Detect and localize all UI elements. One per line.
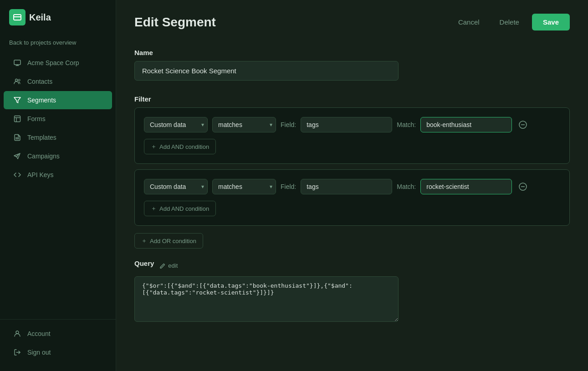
sidebar-bottom: Account Sign out bbox=[0, 319, 116, 362]
condition-type-select-2[interactable]: Custom data Email Status bbox=[144, 179, 208, 194]
sidebar-item-label-forms: Forms bbox=[27, 115, 46, 122]
match-type-select-2[interactable]: matches contains starts with bbox=[212, 179, 276, 194]
name-input[interactable] bbox=[134, 61, 399, 81]
cancel-button[interactable]: Cancel bbox=[451, 15, 487, 30]
sidebar-item-label-api-keys: API Keys bbox=[27, 171, 54, 178]
svg-point-11 bbox=[16, 331, 19, 334]
filter-block-1: Custom data Email Status ▾ matches conta… bbox=[134, 107, 570, 164]
sidebar-item-label-campaigns: Campaigns bbox=[27, 152, 60, 160]
match-type-select-1[interactable]: matches contains starts with bbox=[212, 117, 276, 132]
header-actions: Cancel Delete Save bbox=[451, 14, 570, 30]
sidebar-item-account[interactable]: Account bbox=[4, 325, 112, 343]
delete-button[interactable]: Delete bbox=[492, 15, 527, 30]
sidebar-item-label-templates: Templates bbox=[27, 134, 56, 141]
filter-label: Filter bbox=[134, 95, 570, 103]
sidebar-item-api-keys[interactable]: API Keys bbox=[4, 166, 112, 184]
match-type-wrapper-1: matches contains starts with ▾ bbox=[212, 117, 276, 132]
add-and-condition-button-1[interactable]: ＋ Add AND condition bbox=[144, 139, 216, 154]
add-or-condition-button[interactable]: ＋ Add OR condition bbox=[134, 233, 203, 249]
match-input-2[interactable] bbox=[420, 179, 512, 194]
sidebar-item-templates[interactable]: Templates bbox=[4, 128, 112, 147]
sidebar-item-campaigns[interactable]: Campaigns bbox=[4, 147, 112, 165]
add-and-condition-button-2[interactable]: ＋ Add AND condition bbox=[144, 201, 216, 216]
page-header: Edit Segment Cancel Delete Save bbox=[134, 14, 570, 30]
plus-icon-1: ＋ bbox=[151, 142, 157, 151]
back-to-projects-link[interactable]: Back to projects overview bbox=[0, 39, 116, 53]
logo-text: Keila bbox=[29, 12, 51, 23]
query-header: Query edit bbox=[134, 259, 570, 272]
user-icon bbox=[13, 329, 22, 338]
field-label-2: Field: bbox=[281, 183, 296, 190]
sidebar-item-label-account: Account bbox=[27, 330, 51, 337]
sidebar-item-label-segments: Segments bbox=[27, 97, 56, 104]
condition-type-wrapper-1: Custom data Email Status ▾ bbox=[144, 117, 208, 132]
name-section: Name bbox=[134, 49, 570, 95]
remove-condition-button-1[interactable] bbox=[516, 118, 529, 131]
svg-point-4 bbox=[18, 79, 20, 81]
log-out-icon bbox=[13, 348, 22, 357]
file-text-icon bbox=[13, 133, 22, 142]
sidebar-item-acme[interactable]: Acme Space Corp bbox=[4, 54, 112, 72]
save-button[interactable]: Save bbox=[532, 14, 570, 30]
code-icon bbox=[13, 170, 22, 179]
sidebar-nav: Acme Space Corp Contacts Segments bbox=[0, 53, 116, 184]
filter-row-2: Custom data Email Status ▾ matches conta… bbox=[144, 179, 560, 194]
filter-icon bbox=[13, 96, 22, 105]
send-icon bbox=[13, 152, 22, 161]
sidebar: Keila Back to projects overview Acme Spa… bbox=[0, 0, 116, 371]
condition-type-select-1[interactable]: Custom data Email Status bbox=[144, 117, 208, 132]
logo[interactable]: Keila bbox=[0, 9, 116, 39]
svg-point-3 bbox=[15, 79, 18, 81]
edit-icon bbox=[159, 263, 166, 269]
sidebar-item-segments[interactable]: Segments bbox=[4, 91, 112, 109]
sidebar-item-forms[interactable]: Forms bbox=[4, 110, 112, 128]
match-input-1[interactable] bbox=[420, 117, 512, 132]
layout-icon bbox=[13, 114, 22, 123]
logo-icon bbox=[9, 9, 26, 25]
query-textarea[interactable]: {"$or":[{"$and":[{"data.tags":"book-enth… bbox=[134, 276, 399, 322]
page-title: Edit Segment bbox=[134, 15, 216, 30]
query-edit-link[interactable]: edit bbox=[159, 262, 178, 269]
condition-type-wrapper-2: Custom data Email Status ▾ bbox=[144, 179, 208, 194]
field-input-1[interactable] bbox=[301, 117, 392, 132]
plus-icon-2: ＋ bbox=[151, 204, 157, 213]
field-label-1: Field: bbox=[281, 121, 296, 128]
match-type-wrapper-2: matches contains starts with ▾ bbox=[212, 179, 276, 194]
filter-section: Filter Custom data Email Status ▾ matche… bbox=[134, 95, 570, 249]
sidebar-item-label-acme: Acme Space Corp bbox=[27, 59, 79, 66]
plus-icon-or: ＋ bbox=[141, 237, 147, 245]
field-input-2[interactable] bbox=[301, 179, 392, 194]
filter-row-1: Custom data Email Status ▾ matches conta… bbox=[144, 117, 560, 132]
users-icon bbox=[13, 77, 22, 86]
match-label-2: Match: bbox=[397, 183, 416, 190]
svg-marker-5 bbox=[14, 97, 20, 103]
name-label: Name bbox=[134, 49, 570, 56]
filter-block-2: Custom data Email Status ▾ matches conta… bbox=[134, 169, 570, 226]
svg-rect-2 bbox=[14, 60, 20, 65]
match-label-1: Match: bbox=[397, 121, 416, 128]
sidebar-item-label-contacts: Contacts bbox=[27, 78, 52, 85]
query-section: Query edit {"$or":[{"$and":[{"data.tags"… bbox=[134, 259, 570, 324]
sidebar-item-sign-out[interactable]: Sign out bbox=[4, 343, 112, 361]
svg-rect-6 bbox=[15, 116, 20, 122]
monitor-icon bbox=[13, 58, 22, 67]
query-label: Query bbox=[134, 259, 154, 267]
remove-condition-button-2[interactable] bbox=[516, 180, 529, 193]
sidebar-item-label-sign-out: Sign out bbox=[27, 349, 51, 356]
sidebar-item-contacts[interactable]: Contacts bbox=[4, 72, 112, 91]
main-content: Edit Segment Cancel Delete Save Name Fil… bbox=[116, 0, 588, 371]
